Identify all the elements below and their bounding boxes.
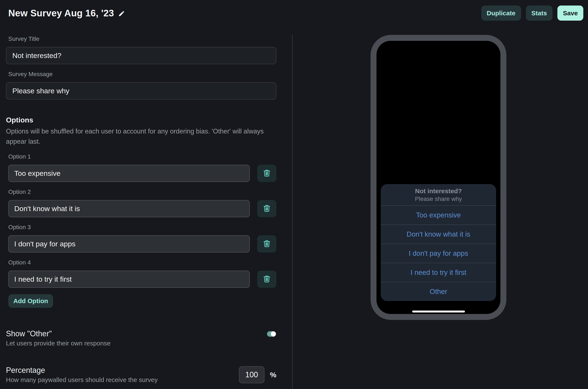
option-1-input[interactable]	[8, 165, 250, 182]
show-other-heading: Show "Other"	[6, 329, 111, 338]
title-row: New Survey Aug 16, '23	[8, 8, 125, 19]
options-heading: Options	[6, 116, 276, 124]
survey-preview-card: Not interested? Please share why Too exp…	[381, 184, 496, 301]
option-block-1: Option 1	[6, 153, 276, 182]
option-2-input[interactable]	[8, 200, 250, 217]
main-layout: Survey Title Survey Message Options Opti…	[0, 35, 588, 389]
preview-option-1[interactable]: Too expensive	[381, 205, 496, 225]
add-option-button[interactable]: Add Option	[8, 294, 53, 308]
show-other-toggle[interactable]	[267, 331, 276, 337]
preview-option-other[interactable]: Other	[381, 282, 496, 301]
header-buttons: Duplicate Stats Save	[481, 5, 583, 21]
phone-screen: Not interested? Please share why Too exp…	[376, 41, 500, 314]
option-block-3: Option 3	[6, 224, 276, 253]
option-1-label: Option 1	[8, 153, 276, 160]
home-indicator	[412, 311, 465, 313]
option-2-label: Option 2	[8, 188, 276, 195]
percentage-input[interactable]	[239, 366, 264, 383]
survey-title-input[interactable]	[6, 47, 276, 64]
show-other-subtitle: Let users provide their own response	[6, 339, 111, 347]
option-block-4: Option 4	[6, 259, 276, 288]
percent-sign: %	[270, 371, 276, 379]
delete-option-2-button[interactable]	[257, 200, 276, 217]
percentage-text: Percentage How many paywalled users shou…	[6, 366, 158, 384]
survey-title-label: Survey Title	[8, 35, 276, 42]
option-row	[8, 271, 276, 288]
preview-option-3[interactable]: I don't pay for apps	[381, 244, 496, 263]
preview-option-2[interactable]: Don't know what it is	[381, 225, 496, 244]
preview-panel: Not interested? Please share why Too exp…	[293, 35, 588, 389]
preview-card-header: Not interested? Please share why	[381, 184, 496, 205]
edit-pencil-icon[interactable]	[118, 10, 125, 17]
trash-icon	[263, 240, 271, 248]
preview-option-4[interactable]: I need to try it first	[381, 263, 496, 282]
delete-option-3-button[interactable]	[257, 235, 276, 253]
percentage-controls: %	[239, 366, 276, 383]
delete-option-4-button[interactable]	[257, 271, 276, 288]
trash-icon	[263, 204, 271, 213]
preview-message: Please share why	[385, 195, 492, 203]
survey-message-input[interactable]	[6, 82, 276, 99]
trash-icon	[263, 169, 271, 178]
survey-form: Survey Title Survey Message Options Opti…	[0, 35, 293, 389]
option-4-input[interactable]	[8, 271, 250, 288]
option-3-input[interactable]	[8, 235, 250, 253]
page-header: New Survey Aug 16, '23 Duplicate Stats S…	[0, 0, 588, 21]
option-block-2: Option 2	[6, 188, 276, 217]
toggle-knob	[271, 331, 276, 336]
delete-option-1-button[interactable]	[257, 165, 276, 182]
percentage-heading: Percentage	[6, 366, 158, 375]
show-other-text: Show "Other" Let users provide their own…	[6, 329, 111, 347]
trash-icon	[263, 275, 271, 284]
percentage-section: Percentage How many paywalled users shou…	[6, 366, 276, 384]
option-row	[8, 200, 276, 217]
option-row	[8, 235, 276, 253]
option-4-label: Option 4	[8, 259, 276, 266]
page-title: New Survey Aug 16, '23	[8, 8, 114, 19]
show-other-section: Show "Other" Let users provide their own…	[6, 329, 276, 347]
stats-button[interactable]: Stats	[526, 5, 553, 21]
survey-message-label: Survey Message	[8, 70, 276, 78]
phone-mockup: Not interested? Please share why Too exp…	[370, 35, 506, 320]
options-description: Options will be shuffled for each user t…	[6, 126, 265, 147]
percentage-subtitle: How many paywalled users should receive …	[6, 376, 158, 384]
save-button[interactable]: Save	[557, 5, 583, 21]
option-row	[8, 165, 276, 182]
duplicate-button[interactable]: Duplicate	[481, 5, 521, 21]
preview-title: Not interested?	[385, 187, 492, 195]
option-3-label: Option 3	[8, 224, 276, 231]
